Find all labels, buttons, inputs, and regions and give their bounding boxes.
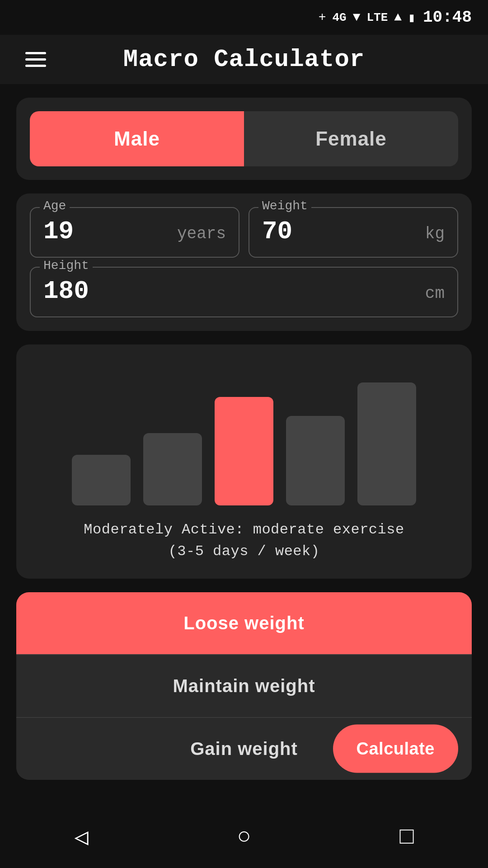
menu-button[interactable] [22,48,50,71]
female-button[interactable]: Female [244,111,458,166]
calculate-button[interactable]: Calculate [333,724,458,773]
height-value: 180 [43,277,89,306]
loose-weight-button[interactable]: Loose weight [16,592,472,654]
gain-weight-row: Gain weight Calculate [16,717,472,780]
goal-card: Loose weight Maintain weight Gain weight… [16,592,472,780]
age-weight-row: Age 19 years Weight 70 kg [30,207,458,258]
inputs-card: Age 19 years Weight 70 kg Height 180 cm [16,193,472,331]
hamburger-line-3 [25,65,46,67]
activity-bar-1[interactable] [143,433,202,505]
activity-bars[interactable] [30,361,458,505]
weight-label: Weight [258,199,311,213]
battery-icon: ▮ [408,10,416,25]
activity-card: Moderately Active: moderate exercise(3-5… [16,344,472,579]
age-unit: years [177,225,226,243]
weight-field[interactable]: Weight 70 kg [249,207,458,258]
weight-unit: kg [425,225,445,243]
status-time: 10:48 [423,8,472,27]
male-button[interactable]: Male [30,111,244,166]
activity-label: Moderately Active: moderate exercise(3-5… [84,519,404,562]
main-content: Male Female Age 19 years Weight 70 kg [0,84,488,810]
4g-icon: 4G [332,11,346,24]
app-title: Macro Calculator [123,46,365,73]
bluetooth-icon: + [319,10,326,24]
age-value-row: 19 years [43,217,226,246]
gender-selector: Male Female [30,111,458,166]
height-unit: cm [425,284,445,303]
activity-bar-2[interactable] [215,397,273,505]
weight-value: 70 [262,217,292,246]
status-bar: + 4G ▼ LTE ▲ ▮ 10:48 [0,0,488,35]
age-label: Age [40,199,70,213]
height-field[interactable]: Height 180 cm [30,267,458,317]
activity-bar-0[interactable] [72,455,131,505]
status-icons: + 4G ▼ LTE ▲ ▮ [319,10,416,25]
activity-bar-4[interactable] [357,382,416,505]
lte-icon: LTE [366,11,388,24]
gender-selector-card: Male Female [16,98,472,180]
app-bar: Macro Calculator [0,35,488,84]
age-field[interactable]: Age 19 years [30,207,239,258]
bottom-nav: ◁ ○ □ [0,810,488,868]
age-value: 19 [43,217,74,246]
weight-value-row: 70 kg [262,217,445,246]
activity-bar-3[interactable] [286,416,345,505]
hamburger-line-1 [25,52,46,54]
height-label: Height [40,259,93,273]
signal-icon: ▲ [394,10,402,24]
wifi-icon: ▼ [353,10,361,24]
back-button[interactable]: ◁ [74,823,88,852]
recent-button[interactable]: □ [399,824,413,851]
hamburger-line-2 [25,58,46,61]
maintain-weight-button[interactable]: Maintain weight [16,654,472,717]
height-value-row: 180 cm [43,277,445,306]
home-button[interactable]: ○ [237,824,251,851]
